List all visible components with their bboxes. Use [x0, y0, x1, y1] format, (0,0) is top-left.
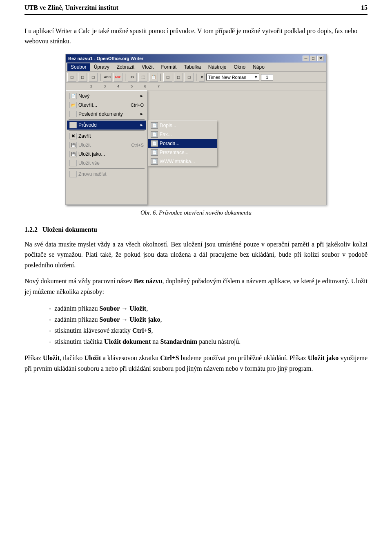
titlebar: Bez názvu1 - OpenOffice.org Writer ─ □ ✕: [66, 54, 326, 63]
menubar: Soubor Úpravy Zobrazit Vložit Formát Tab…: [66, 63, 326, 72]
fax-icon: 📄: [151, 131, 158, 138]
posledni-arrow: ►: [140, 112, 144, 116]
section-number: 1.2.2: [24, 226, 38, 233]
section-title: Uložení dokumentu: [42, 226, 97, 233]
toolbar-btn-2[interactable]: ◻: [78, 73, 87, 82]
toolbar-sep-4: [196, 74, 196, 81]
menu-item-ulozit-vse[interactable]: Uložit vše: [67, 159, 146, 168]
menu-vlozit[interactable]: Vložit: [138, 63, 157, 71]
submenu-fax[interactable]: 📄 Fax...: [148, 130, 217, 139]
minimize-button[interactable]: ─: [303, 56, 309, 61]
zavrit-label: Zavřít: [78, 133, 91, 139]
toolbar-sep-2: [125, 74, 125, 81]
otevrit-label: Otevřít...: [78, 102, 97, 108]
menu-format[interactable]: Formát: [158, 63, 180, 71]
bullet-item-4: - stisknutím tlačítka Uložit dokument na…: [49, 336, 368, 347]
font-selector[interactable]: Times New Roman ▾: [206, 74, 259, 81]
ulozit-icon: 💾: [69, 142, 77, 148]
font-size-selector[interactable]: 1: [261, 74, 273, 81]
sep-2: [69, 130, 145, 131]
toolbar-dropdown-arrow[interactable]: ▾: [199, 73, 205, 82]
maximize-button[interactable]: □: [310, 56, 316, 61]
toolbar-btn-3[interactable]: ◻: [89, 73, 98, 82]
fax-label: Fax...: [160, 132, 172, 137]
porada-icon: 📄: [151, 140, 158, 147]
menu-item-ulozit[interactable]: 💾 Uložit Ctrl+S: [67, 141, 146, 150]
titlebar-text: Bez názvu1 - OpenOffice.org Writer: [68, 56, 143, 61]
novy-icon: 📄: [69, 93, 77, 99]
toolbar: ◻ ◻ ◻ ABC ABC ✂ ⬚ 📋 ◻ ◻ ◻ ▾ Times New Ro…: [66, 72, 326, 83]
menu-item-ulozit-jako[interactable]: 💾 Uložit jako...: [67, 150, 146, 159]
prezentace-icon: 📄: [151, 149, 158, 156]
posledni-icon: [69, 111, 77, 117]
www-label: WWW stránka...: [160, 159, 195, 164]
menu-item-otevrit[interactable]: 📂 Otevřít... Ctrl+O: [67, 101, 146, 110]
submenu-www[interactable]: 📄 WWW stránka...: [148, 157, 217, 166]
toolbar-btn-5[interactable]: ◻: [163, 73, 172, 82]
zavrit-icon: 🗙: [69, 133, 77, 139]
menu-napo[interactable]: Nápo: [249, 63, 268, 71]
ulozit-jako-label: Uložit jako...: [78, 151, 105, 157]
toolbar-btn-1[interactable]: ◻: [67, 73, 76, 82]
sep-3: [69, 168, 145, 169]
menu-item-posledni[interactable]: Poslední dokumenty ►: [67, 110, 146, 119]
section-heading: 1.2.2 Uložení dokumentu: [24, 226, 368, 233]
submenu-prezentace[interactable]: 📄 Prezentace...: [148, 148, 217, 157]
menu-tabulka[interactable]: Tabulka: [180, 63, 204, 71]
menu-item-novy[interactable]: 📄 Nový ►: [67, 92, 146, 101]
pruvodci-icon: [69, 122, 77, 128]
toolbar-btn-spell[interactable]: ABC: [103, 73, 112, 82]
page-number: 15: [361, 4, 368, 11]
ulozit-vse-icon: [69, 160, 77, 166]
menu-item-pruvodci[interactable]: Průvodci ► 📄 Dopis... 📄 Fax...: [67, 121, 146, 130]
bullet-list: - zadáním příkazu Soubor → Uložit, - zad…: [49, 303, 368, 347]
otevrit-icon: 📂: [69, 102, 77, 108]
toolbar-btn-cut[interactable]: ✂: [128, 73, 137, 82]
menu-zobrazit[interactable]: Zobrazit: [114, 63, 138, 71]
submenu-dopis[interactable]: 📄 Dopis...: [148, 121, 217, 130]
ruler: 2 3 4 5 6 7: [66, 83, 326, 90]
pruvodci-arrow: ►: [140, 123, 144, 127]
menu-nastroje[interactable]: Nástroje: [205, 63, 230, 71]
novy-label: Nový: [78, 93, 89, 99]
titlebar-buttons: ─ □ ✕: [303, 56, 324, 61]
dopis-label: Dopis...: [160, 123, 176, 128]
toolbar-sep-1: [100, 74, 100, 81]
bullet-item-1: - zadáním příkazu Soubor → Uložit,: [49, 303, 368, 314]
intro-paragraph: I u aplikací Writer a Calc je také možné…: [24, 26, 368, 47]
close-button[interactable]: ✕: [317, 56, 324, 61]
prezentace-label: Prezentace...: [160, 150, 189, 155]
bullet-item-3: - stisknutím klávesové zkratky Ctrl+S,: [49, 325, 368, 336]
toolbar-btn-6[interactable]: ◻: [174, 73, 183, 82]
menu-item-zavrit[interactable]: 🗙 Zavřít: [67, 132, 146, 141]
final-para: Příkaz Uložit, tlačítko Uložit a kláveso…: [24, 353, 368, 374]
toolbar-btn-spell2[interactable]: ABC: [114, 73, 122, 82]
bullet-item-2: - zadáním příkazu Soubor → Uložit jako,: [49, 314, 368, 325]
screenshot-wrapper: Bez názvu1 - OpenOffice.org Writer ─ □ ✕…: [24, 54, 368, 205]
screenshot-box: Bez názvu1 - OpenOffice.org Writer ─ □ ✕…: [65, 54, 327, 205]
znovu-label: Znovu načíst: [78, 171, 107, 177]
header-title: UTB ve Zlíně, Univerzitní institut: [24, 4, 118, 11]
porada-label: Porada...: [160, 141, 180, 146]
file-menu-dropdown: 📄 Nový ► 📂 Otevřít... Ctrl+O Poslední do…: [66, 90, 147, 205]
toolbar-sep-3: [160, 74, 161, 81]
menu-item-znovu[interactable]: Znovu načíst: [67, 170, 146, 179]
menu-soubor[interactable]: Soubor: [67, 63, 90, 71]
toolbar-btn-7[interactable]: ◻: [185, 73, 194, 82]
figure-caption: Obr. 6. Průvodce otevření nového dokumen…: [24, 209, 368, 216]
ulozit-vse-label: Uložit vše: [78, 160, 100, 166]
menu-okno[interactable]: Okno: [231, 63, 249, 71]
novy-arrow: ►: [140, 94, 144, 98]
toolbar-btn-paste[interactable]: 📋: [149, 73, 158, 82]
dopis-icon: 📄: [151, 122, 158, 129]
posledni-label: Poslední dokumenty: [78, 111, 123, 117]
ulozit-jako-icon: 💾: [69, 151, 77, 157]
body-para-2: Nový dokument má vždy pracovní název Bez…: [24, 276, 368, 297]
ulozit-label: Uložit: [78, 142, 91, 148]
submenu-porada[interactable]: 📄 Porada...: [148, 139, 217, 148]
pruvodci-label: Průvodci: [78, 122, 98, 128]
sep-1: [69, 119, 145, 120]
menu-upravy[interactable]: Úpravy: [91, 63, 113, 71]
toolbar-btn-copy[interactable]: ⬚: [138, 73, 147, 82]
content-area: 📄 Nový ► 📂 Otevřít... Ctrl+O Poslední do…: [66, 90, 326, 205]
